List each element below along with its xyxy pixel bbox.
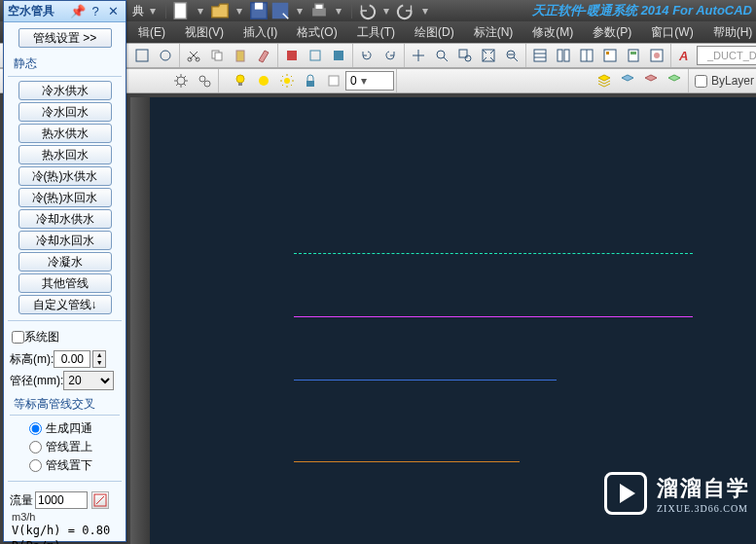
paste-icon[interactable] [230,46,251,65]
tool-b-icon[interactable] [305,46,326,65]
snap2-icon[interactable] [155,46,176,65]
prop-icon[interactable] [529,46,551,65]
match-icon[interactable] [253,46,274,65]
redo2-icon[interactable] [379,46,401,65]
flow-unit-button[interactable] [91,491,109,509]
dd4-icon[interactable]: ▾ [336,4,342,18]
layer-manager-icon[interactable] [594,71,615,91]
print-icon[interactable] [308,2,330,19]
menu-param[interactable]: 参数(P) [583,22,641,43]
dd6-icon[interactable]: ▾ [422,4,428,18]
bylayer-checkbox[interactable] [695,75,707,88]
pipe-btn-condensate[interactable]: 冷凝水 [18,252,112,272]
undo-icon[interactable] [356,2,378,19]
menu-help[interactable]: 帮助(H) [703,22,756,43]
copy-icon[interactable] [206,46,228,65]
textstyle-icon[interactable]: A [674,46,696,65]
elevation-input[interactable] [54,350,90,368]
svg-rect-13 [236,51,244,61]
dd5-icon[interactable]: ▾ [383,4,389,18]
menu-modify[interactable]: 修改(M) [522,22,583,43]
pipe-line-orange[interactable] [294,461,520,462]
tpal-icon[interactable] [576,46,597,65]
undo2-icon[interactable] [356,46,378,65]
pipe-btn-hot-supply[interactable]: 热水供水 [18,124,112,143]
markup-icon[interactable] [646,46,667,65]
pipe-btn-hot-return[interactable]: 热水回水 [18,145,112,164]
zoom-ext-icon[interactable] [478,46,499,65]
menu-dimension[interactable]: 标注(N) [464,22,523,43]
pipe-btn-cold-supply[interactable]: 冷水供水 [18,81,112,100]
svg-rect-22 [534,50,546,61]
drawing-canvas[interactable]: 溜溜自学 ZIXUE.3D66.COM [130,97,756,544]
menu-edit[interactable]: 辑(E) [128,22,175,43]
panel-titlebar[interactable]: 空水管具 📌 ? ✕ [4,1,126,22]
help-icon[interactable]: ? [88,4,103,19]
close-icon[interactable]: ✕ [105,4,121,19]
gear-icon[interactable] [170,71,192,91]
cut-icon[interactable] [183,46,204,65]
menu-format[interactable]: 格式(O) [287,22,346,43]
system-diagram-checkbox[interactable] [12,331,24,344]
layer-state-icon[interactable] [640,71,662,91]
pipe-btn-other[interactable]: 其他管线 [18,273,112,293]
layer-iso-icon[interactable] [664,71,685,91]
elevation-spinner[interactable]: ▲▼ [92,350,106,368]
diameter-select[interactable]: 20 [63,371,114,390]
pipe-btn-cold-return[interactable]: 冷水回水 [18,102,112,122]
canvas-left-tabbar[interactable] [130,97,150,544]
pipe-line-dashed-teal[interactable] [294,253,693,254]
saveas-icon[interactable] [270,2,291,19]
layer-select[interactable]: 0▾ [345,71,394,91]
tool-c-icon[interactable] [328,46,349,65]
pipe-line-magenta[interactable] [294,316,693,317]
pipe-btn-cooling-return[interactable]: 冷却水回水 [18,231,112,250]
zoom-prev-icon[interactable] [501,46,522,65]
menu-view[interactable]: 视图(V) [175,22,234,43]
svg-point-17 [437,51,445,58]
dd3-icon[interactable]: ▾ [297,4,303,18]
radio-pipe-below[interactable] [29,459,42,472]
zoom-window-icon[interactable] [454,46,476,65]
pin-icon[interactable]: 📌 [70,4,86,19]
svg-point-31 [654,53,660,58]
layer-freeze-icon[interactable] [253,71,274,91]
svg-point-38 [259,76,269,86]
radio-pipe-above[interactable] [29,441,42,453]
zoom-icon[interactable] [431,46,452,65]
redo-icon[interactable] [395,2,416,19]
pan-icon[interactable] [408,46,429,65]
open-icon[interactable] [209,2,231,19]
layer-bulb-icon[interactable] [230,71,251,91]
dictionary-dropdown-icon[interactable]: ▾ [150,4,156,18]
dd2-icon[interactable]: ▾ [236,4,242,18]
layer-lock-icon[interactable] [300,71,321,91]
menu-insert[interactable]: 插入(I) [234,22,287,43]
new-icon[interactable] [170,2,192,19]
pipe-settings-button[interactable]: 管线设置 >> [18,28,112,48]
tool-a-icon[interactable] [281,46,303,65]
calc-icon[interactable] [623,46,644,65]
pipe-btn-coldhot-supply[interactable]: 冷(热)水供水 [18,166,112,186]
layer-sun-icon[interactable] [276,71,298,91]
dc-icon[interactable] [599,46,621,65]
dictionary-label[interactable]: 典 [132,3,144,19]
pipe-line-blue[interactable] [294,380,557,381]
menu-draw[interactable]: 绘图(D) [405,22,464,43]
menu-window[interactable]: 窗口(W) [641,22,702,43]
radio-gen-four-way[interactable] [29,422,42,435]
layer-color-icon[interactable] [323,71,344,91]
menu-tools[interactable]: 工具(T) [347,22,405,43]
pipe-btn-coldhot-return[interactable]: 冷(热)水回水 [18,188,112,207]
pipe-btn-custom[interactable]: 自定义管线↓ [18,295,112,314]
pipe-btn-cooling-supply[interactable]: 冷却水供水 [18,209,112,229]
gear2-icon[interactable] [194,71,215,91]
radio-pipe-above-label: 管线置上 [46,439,92,455]
layer-prev-icon[interactable] [617,71,638,91]
snap-icon[interactable] [131,46,153,65]
save-icon[interactable] [248,2,270,19]
textstyle-select[interactable]: _DUCT_DIM [697,46,756,65]
dd-icon[interactable]: ▾ [198,4,203,18]
sheet-icon[interactable] [553,46,574,65]
flow-input[interactable] [35,491,88,509]
